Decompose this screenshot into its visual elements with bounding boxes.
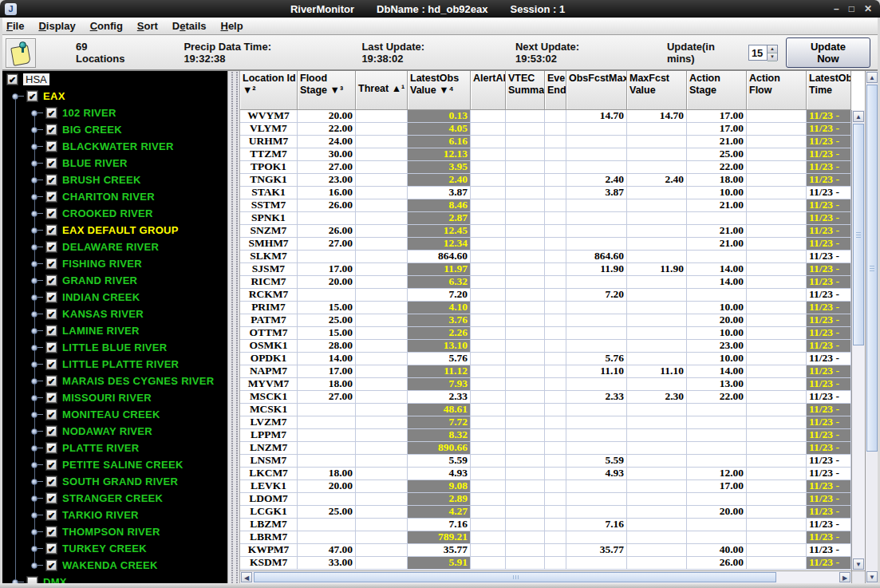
menu-config[interactable]: Config (90, 20, 123, 32)
table-row-osmk1[interactable]: OSMK128.0013.1023.0011/23 - (240, 340, 851, 353)
tree-node-label[interactable]: PETITE SALINE CREEK (62, 459, 183, 471)
tree-expand-handle-icon[interactable] (31, 211, 37, 217)
tree-expand-handle-icon[interactable] (31, 546, 37, 552)
column-header-eve[interactable]: EveEnd (545, 71, 566, 110)
tree-node-label[interactable]: LAMINE RIVER (62, 325, 140, 337)
tree-checkbox[interactable]: ✔ (46, 275, 57, 286)
table-row-lkcm7[interactable]: LKCM718.004.934.9312.0011/23 - (240, 468, 851, 480)
table-row-lnsm7[interactable]: LNSM75.595.5911/23 - (240, 455, 851, 468)
tree-node-label[interactable]: 102 RIVER (62, 107, 116, 119)
table-row-ksdm7[interactable]: KSDM733.005.9126.0011/23 - (240, 557, 851, 570)
table-row-snzm7[interactable]: SNZM726.0012.4521.0011/23 - (240, 225, 851, 238)
tree-checkbox[interactable]: ✔ (46, 225, 57, 235)
tree-node-little-blue-river[interactable]: ✔LITTLE BLUE RIVER (31, 339, 168, 356)
tree-node-south-grand-river[interactable]: ✔SOUTH GRAND RIVER (31, 473, 178, 490)
tree-expand-handle-icon[interactable] (31, 395, 37, 401)
column-header-vtec[interactable]: VTECSumma (506, 71, 545, 110)
tree-node-label[interactable]: BRUSH CREEK (62, 174, 141, 186)
tree-node-grand-river[interactable]: ✔GRAND RIVER (31, 272, 137, 289)
tree-node-label[interactable]: NODAWAY RIVER (62, 425, 152, 437)
tree-expand-handle-icon[interactable] (31, 311, 37, 318)
tree-checkbox[interactable]: ✔ (46, 426, 57, 436)
tree-node-kansas-river[interactable]: ✔KANSAS RIVER (31, 306, 144, 322)
table-row-smhm7[interactable]: SMHM727.0012.3421.0011/23 - (240, 238, 851, 251)
table-row-ldom7[interactable]: LDOM72.8911/23 - (240, 493, 851, 506)
tree-node-petite-saline-creek[interactable]: ✔PETITE SALINE CREEK (31, 456, 183, 473)
tree-checkbox[interactable]: ✔ (46, 191, 57, 202)
tree-node-chariton-river[interactable]: ✔CHARITON RIVER (31, 188, 155, 205)
tree-node-label[interactable]: MARAIS DES CYGNES RIVER (62, 375, 214, 387)
tree-node-dmx[interactable]: DMX (12, 574, 67, 583)
tree-node-label[interactable]: LITTLE PLATTE RIVER (62, 358, 179, 370)
tree-node-lamine-river[interactable]: ✔LAMINE RIVER (31, 322, 140, 339)
tree-expand-handle-icon[interactable] (31, 512, 37, 519)
table-row-lbzm7[interactable]: LBZM77.167.1611/23 - (240, 519, 851, 531)
tree-expand-handle-icon[interactable] (12, 93, 18, 100)
tree-expand-handle-icon[interactable] (31, 412, 37, 418)
table-row-myvm7[interactable]: MYVM718.007.9313.0011/23 - (240, 378, 851, 391)
tree-node-label[interactable]: TARKIO RIVER (62, 509, 139, 521)
table-row-kwpm7[interactable]: KWPM747.0035.7735.7740.0011/23 - (240, 544, 851, 557)
tree-scrollbar-thumb[interactable] (866, 85, 878, 452)
tree-expand-handle-icon[interactable] (31, 278, 37, 284)
tree-checkbox[interactable]: ✔ (46, 326, 57, 336)
table-row-ttzm7[interactable]: TTZM730.0012.1325.0011/23 - (240, 148, 851, 161)
update-interval-spinner[interactable]: 15 ▲ ▼ (748, 45, 778, 61)
table-row-vlym7[interactable]: VLYM722.004.0517.0011/23 - (240, 123, 851, 136)
tree-node-label[interactable]: CHARITON RIVER (62, 191, 155, 203)
table-horizontal-scrollbar[interactable]: ◀ ▶ (240, 570, 851, 583)
table-row-lcgk1[interactable]: LCGK125.004.2720.0011/23 - (240, 506, 851, 519)
tree-checkbox[interactable]: ✔ (46, 527, 57, 537)
table-row-lppm7[interactable]: LPPM78.3211/23 - (240, 429, 851, 442)
tree-node-label[interactable]: HSA (23, 73, 49, 85)
tree-node-thompson-river[interactable]: ✔THOMPSON RIVER (31, 523, 160, 540)
tree-checkbox[interactable]: ✔ (46, 258, 57, 269)
tree-node-label[interactable]: LITTLE BLUE RIVER (62, 341, 168, 353)
tree-node-missouri-river[interactable]: ✔MISSOURI RIVER (31, 389, 152, 406)
tree-node-platte-river[interactable]: ✔PLATTE RIVER (31, 440, 140, 456)
table-row-slkm7[interactable]: SLKM7864.60864.6011/23 - (240, 251, 851, 263)
table-hscrollbar-thumb[interactable] (254, 572, 776, 582)
table-row-opdk1[interactable]: OPDK114.005.765.7610.0011/23 - (240, 353, 851, 365)
tree-expand-handle-icon[interactable] (31, 462, 37, 468)
table-scroll-left-icon[interactable]: ◀ (241, 572, 252, 582)
column-header-obs[interactable]: LatestObsValue ▼⁴ (408, 71, 471, 110)
tree-node-label[interactable]: MONITEAU CREEK (62, 408, 160, 420)
table-row-ottm7[interactable]: OTTM715.002.2610.0011/23 - (240, 327, 851, 340)
table-row-msck1[interactable]: MSCK127.002.332.332.3022.0011/23 - (240, 391, 851, 404)
tree-node-label[interactable]: FISHING RIVER (62, 258, 142, 270)
tree-expand-handle-icon[interactable] (31, 177, 37, 184)
tree-node-little-platte-river[interactable]: ✔LITTLE PLATTE RIVER (31, 356, 179, 373)
tree-expand-handle-icon[interactable] (31, 345, 37, 351)
minimize-button[interactable]: – (834, 3, 839, 14)
tree-scroll-up-icon[interactable]: ▲ (866, 72, 878, 83)
tree-expand-handle-icon[interactable] (31, 495, 37, 502)
tree-checkbox[interactable]: ✔ (46, 208, 57, 219)
tree-checkbox[interactable]: ✔ (46, 393, 57, 403)
tree-node-label[interactable]: WAKENDA CREEK (62, 559, 158, 571)
tree-checkbox[interactable]: ✔ (46, 443, 57, 453)
tree-node-big-creek[interactable]: ✔BIG CREEK (31, 121, 122, 138)
tree-node-label[interactable]: PLATTE RIVER (62, 442, 140, 454)
table-row-levk1[interactable]: LEVK120.009.0817.0011/23 - (240, 480, 851, 493)
tree-expand-handle-icon[interactable] (31, 294, 37, 301)
tree-expand-handle-icon[interactable] (31, 529, 37, 535)
tree-checkbox[interactable]: ✔ (46, 292, 57, 302)
menu-help[interactable]: Help (220, 20, 243, 32)
tree-node-marais-des-cygnes-river[interactable]: ✔MARAIS DES CYGNES RIVER (31, 373, 214, 389)
menu-display[interactable]: Display (38, 20, 75, 32)
table-vscrollbar-thumb[interactable] (853, 124, 864, 345)
column-header-id[interactable]: Location Id▼² (240, 71, 298, 110)
column-header-time[interactable]: LatestObTime (807, 71, 851, 110)
column-header-alert[interactable]: AlertAl (471, 71, 506, 110)
table-vertical-scrollbar[interactable]: ▲ ▼ (851, 110, 865, 570)
table-row-mcsk1[interactable]: MCSK148.6111/23 - (240, 404, 851, 416)
menu-sort[interactable]: Sort (137, 20, 158, 32)
tree-node-label[interactable]: CROOKED RIVER (62, 207, 153, 219)
tree-checkbox[interactable]: ✔ (46, 175, 57, 185)
tree-checkbox[interactable]: ✔ (46, 309, 57, 319)
tree-node-label[interactable]: KANSAS RIVER (62, 308, 144, 320)
close-button[interactable]: ✕ (864, 3, 872, 14)
table-scroll-right-icon[interactable]: ▶ (839, 572, 850, 582)
tree-node-blue-river[interactable]: ✔BLUE RIVER (31, 155, 128, 172)
